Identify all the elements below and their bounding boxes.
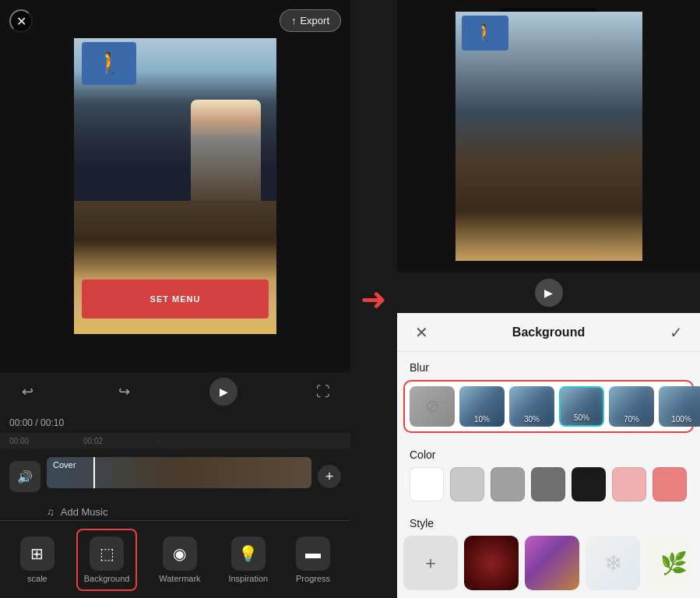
style-purple-grad[interactable] [525, 536, 579, 590]
ruler-mark-1: 00:02 [83, 437, 103, 445]
export-button[interactable]: ↑ Export [280, 9, 341, 32]
add-icon: + [325, 469, 334, 485]
arrow-divider: ➜ [350, 0, 397, 598]
blur-label-30: 30% [509, 415, 554, 424]
blur-option-10[interactable]: 10% [459, 386, 505, 427]
redo-icon: ↪ [118, 383, 130, 400]
add-track-button[interactable]: + [318, 465, 341, 488]
branch-icon: 🌿 [660, 551, 688, 576]
video-preview-left: 🚶 SET MENU ✕ ↑ Export [0, 0, 350, 372]
style-branch[interactable]: 🌿 [646, 536, 694, 590]
scale-icon: ⊞ [20, 536, 55, 571]
redo-button[interactable]: ↪ [113, 380, 136, 403]
color-swatch-lightpink[interactable] [612, 467, 646, 501]
style-dark-red[interactable] [464, 536, 519, 590]
pedestrian-sign-right: 🚶 [462, 16, 508, 51]
blur-label-100: 100% [659, 415, 700, 424]
color-swatch-black[interactable] [572, 467, 606, 501]
color-section [397, 467, 700, 508]
audio-icon: 🔊 [17, 470, 33, 484]
fullscreen-icon: ⛶ [316, 384, 330, 400]
confirm-bg-button[interactable]: ✓ [664, 321, 688, 344]
background-icon: ⬚ [90, 536, 124, 571]
tool-scale[interactable]: ⊞ scale [14, 530, 61, 589]
style-add-button[interactable]: ＋ [403, 536, 458, 590]
timeline-area: 00:00 / 00:10 00:00 00:02 · 🔊 Cover + [0, 411, 350, 520]
color-section-title: Color [397, 439, 700, 467]
video-track-container[interactable]: Cover [47, 457, 311, 496]
time-display: 00:00 / 00:10 [0, 417, 350, 433]
blur-option-none[interactable]: ⊘ [410, 386, 455, 427]
play-icon-right: ▶ [544, 287, 553, 299]
watermark-icon: ◉ [163, 536, 197, 571]
timeline-tracks: 🔊 Cover + [0, 453, 350, 500]
timeline-ruler[interactable]: 00:00 00:02 · [0, 433, 350, 448]
style-options-row: ＋ ❄ 🌿 [403, 536, 694, 590]
blur-option-70[interactable]: 70% [609, 386, 654, 427]
scale-label: scale [27, 574, 47, 583]
blur-section: ⊘ 10% 30% 50% 70% [397, 380, 700, 439]
audio-track-icon: 🔊 [9, 461, 40, 492]
style-section-title: Style [397, 508, 700, 536]
tool-watermark[interactable]: ◉ Watermark [153, 530, 206, 589]
right-arrow-icon: ➜ [361, 281, 387, 317]
pedestrian-sign: 🚶 [82, 42, 136, 85]
video-preview-right: pinch to zoom video 🚶 [397, 0, 700, 273]
track-label: Cover [53, 460, 76, 470]
ruler-marks: 00:00 00:02 · [9, 437, 160, 445]
inspiration-label: Inspiration [228, 574, 268, 583]
music-icon: ♫ [47, 506, 55, 518]
no-blur-icon: ⊘ [425, 396, 439, 417]
video-bottom-section: SET MENU [74, 201, 276, 334]
blur-option-100[interactable]: 100% [659, 386, 700, 427]
color-swatch-darkgray[interactable] [531, 467, 565, 501]
blur-label-70: 70% [609, 415, 654, 424]
export-icon: ↑ [291, 15, 297, 26]
play-button[interactable]: ▶ [209, 378, 237, 406]
video-track[interactable]: Cover [47, 457, 311, 488]
color-swatch-white[interactable] [410, 467, 444, 501]
playhead [93, 457, 95, 488]
style-add-icon: ＋ [422, 551, 439, 575]
close-bg-icon: ✕ [415, 323, 428, 342]
style-white-floral[interactable]: ❄ [586, 536, 640, 590]
close-bg-button[interactable]: ✕ [410, 321, 433, 344]
inspiration-icon: 💡 [231, 536, 266, 571]
video-mock-left: 🚶 SET MENU [74, 38, 276, 334]
close-button[interactable]: ✕ [9, 9, 33, 33]
color-swatches-row [410, 467, 688, 501]
tool-background[interactable]: ⬚ Background [76, 529, 138, 591]
fullscreen-button[interactable]: ⛶ [311, 380, 335, 403]
progress-icon: ▬ [296, 536, 330, 571]
blur-section-title: Blur [397, 352, 700, 380]
watermark-label: Watermark [159, 574, 200, 583]
tool-inspiration[interactable]: 💡 Inspiration [222, 530, 274, 589]
video-top-section: 🚶 [74, 38, 276, 201]
tool-progress[interactable]: ▬ Progress [290, 530, 336, 589]
undo-button[interactable]: ↩ [16, 380, 39, 403]
close-icon: ✕ [16, 14, 26, 29]
chef-figure [191, 100, 261, 201]
right-panel: pinch to zoom video 🚶 ▶ ✕ Background ✓ B… [397, 0, 700, 598]
color-swatch-pink[interactable] [653, 467, 687, 501]
play-button-right[interactable]: ▶ [535, 279, 563, 307]
style-section: ＋ ❄ 🌿 [397, 536, 700, 596]
background-controls: ✕ Background ✓ Blur ⊘ 10% 30% [397, 313, 700, 598]
blur-options-row: ⊘ 10% 30% 50% 70% [403, 380, 694, 433]
background-label: Background [84, 574, 130, 583]
floral-icon: ❄ [604, 551, 622, 576]
blur-option-50[interactable]: 50% [559, 386, 604, 427]
color-swatch-lightgray[interactable] [450, 467, 484, 501]
add-music-row[interactable]: ♫ Add Music [0, 500, 350, 518]
pedestrian-icon: 🚶 [96, 51, 123, 76]
video-mock-right[interactable]: 🚶 [456, 12, 642, 261]
pedestrian-icon-right: 🚶 [474, 23, 495, 44]
progress-label: Progress [296, 574, 330, 583]
blur-option-30[interactable]: 30% [509, 386, 554, 427]
set-menu-text: SET MENU [150, 294, 201, 304]
blur-label-10: 10% [459, 415, 505, 424]
color-swatch-gray[interactable] [491, 467, 525, 501]
export-label: Export [300, 15, 329, 26]
set-menu-banner: SET MENU [82, 280, 269, 318]
ruler-mark-2: · [157, 437, 160, 445]
